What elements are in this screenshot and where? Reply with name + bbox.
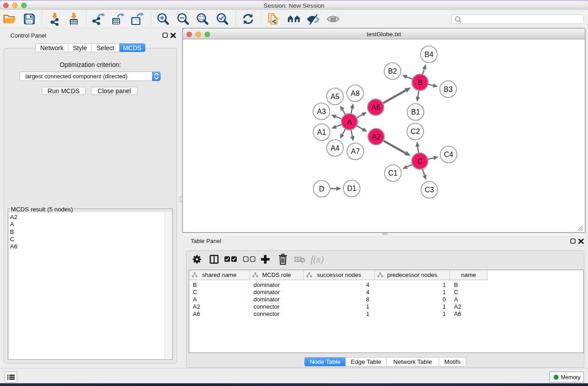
svg-text:A7: A7 — [351, 148, 360, 155]
svg-text:A8: A8 — [351, 90, 360, 97]
svg-text:B3: B3 — [444, 86, 453, 93]
svg-text:A6: A6 — [371, 104, 380, 111]
svg-text:C: C — [417, 157, 423, 165]
svg-text:C4: C4 — [444, 151, 454, 158]
svg-text:C1: C1 — [388, 169, 398, 177]
svg-text:D: D — [319, 185, 325, 193]
svg-text:A2: A2 — [372, 133, 381, 141]
svg-text:B1: B1 — [411, 108, 420, 116]
svg-text:A: A — [347, 118, 352, 126]
svg-text:B2: B2 — [388, 67, 397, 75]
svg-text:B4: B4 — [425, 51, 434, 58]
svg-text:A5: A5 — [330, 93, 339, 100]
svg-text:C2: C2 — [411, 128, 420, 135]
svg-text:A4: A4 — [330, 144, 339, 152]
svg-text:D1: D1 — [347, 185, 357, 192]
svg-text:C3: C3 — [425, 186, 434, 194]
svg-text:A3: A3 — [317, 108, 326, 115]
svg-text:A1: A1 — [317, 129, 326, 136]
svg-text:B: B — [418, 79, 423, 86]
